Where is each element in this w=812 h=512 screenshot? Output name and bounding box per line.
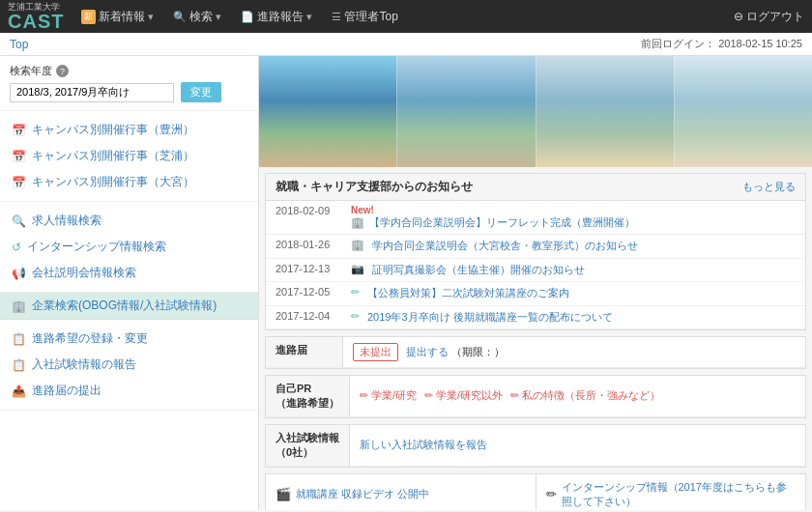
logout-icon: ⊖ [734, 10, 743, 23]
help-icon[interactable]: ? [56, 65, 69, 77]
chevron-down-icon: ▾ [148, 11, 154, 23]
change-button[interactable]: 変更 [181, 82, 221, 102]
nav-search-label: 検索 [189, 9, 213, 25]
news-item-1: 2018-02-09 New! 🏢 【学内合同企業説明会】リーフレット完成（豊洲… [266, 201, 805, 235]
not-submitted-badge: 未提出 [353, 343, 398, 361]
campus-photo [259, 56, 812, 167]
self-pr-academic-link[interactable]: ✏ 学業/研究 [360, 388, 417, 403]
news-item-2: 2018-01-26 🏢 学内合同企業説明会（大宮校舎・教室形式）のお知らせ [266, 235, 805, 258]
self-pr-label: 自己PR（進路希望） [266, 376, 350, 416]
nav-career-report[interactable]: 📄 進路報告 ▾ [233, 5, 320, 29]
upload-icon: 📤 [12, 384, 26, 398]
self-pr-value: ✏ 学業/研究 ✏ 学業/研究以外 ✏ 私の特徴（長所・強みなど） [350, 376, 805, 416]
company-info-search-link[interactable]: 📢 会社説明会情報検索 [0, 260, 258, 286]
photo-segment-4 [674, 56, 812, 167]
content-area: 就職・キャリア支援部からのお知らせ もっと見る 2018-02-09 New! … [259, 56, 812, 510]
search-small-icon: 🔍 [173, 11, 187, 23]
exam-report-link[interactable]: 📋 入社試験情報の報告 [0, 352, 258, 378]
exam-info-label: 入社試験情報（0社） [266, 425, 350, 466]
self-pr-other-link[interactable]: ✏ 学業/研究以外 [424, 388, 503, 403]
bottom-bar: 🎬 就職講座 収録ビデオ 公開中 ✏ インターンシップ情報（2017年度はこちら… [265, 473, 806, 510]
doc-icon: 📄 [241, 11, 254, 23]
search-icon: 🔍 [12, 214, 26, 228]
photo-segment-3 [536, 56, 674, 167]
job-search-link[interactable]: 🔍 求人情報検索 [0, 208, 258, 234]
pen-icon-pr3: ✏ [510, 389, 519, 402]
news-link-2[interactable]: 学内合同企業説明会（大宮校舎・教室形式）のお知らせ [372, 239, 796, 253]
sidebar: 検索年度 ? 変更 📅 キャンパス別開催行事（豊洲） 📅 キャンパス別開催行事（… [0, 56, 259, 510]
new-exam-info-link[interactable]: 新しい入社試験情報を報告 [360, 438, 487, 452]
campus-links-section: 📅 キャンパス別開催行事（豊洲） 📅 キャンパス別開催行事（芝浦） 📅 キャンパ… [0, 111, 258, 202]
breadcrumb-path[interactable]: Top [10, 38, 28, 51]
photo-segment-1 [259, 56, 396, 167]
logout-button[interactable]: ⊖ ログアウト [734, 9, 804, 25]
nav-admin-label: 管理者Top [344, 9, 397, 25]
clipboard-icon: 📋 [12, 332, 26, 346]
submit-link[interactable]: 提出する [406, 346, 449, 357]
refresh-icon: ↺ [12, 241, 21, 254]
chevron-down-icon2: ▾ [216, 11, 221, 23]
building-icon-news: 🏢 [351, 216, 364, 229]
self-pr-section: 自己PR（進路希望） ✏ 学業/研究 ✏ 学業/研究以外 ✏ 私の特徴（長所・強 [265, 375, 806, 418]
doc-icon-bottom: ✏ [546, 487, 557, 501]
company-search-link[interactable]: 🏢 企業検索(OBOG情報/入社試験情報) [0, 293, 258, 319]
photo-segment-2 [396, 56, 535, 167]
nav-admin-top[interactable]: ☰ 管理者Top [324, 5, 405, 29]
career-lecture-link[interactable]: 🎬 就職講座 収録ビデオ 公開中 [266, 474, 536, 510]
shinroku-section: 進路届 未提出 提出する （期限：） [265, 336, 806, 369]
career-submit-link[interactable]: 📤 進路届の提出 [0, 378, 258, 404]
search-year-input-row: 変更 [10, 82, 248, 102]
calendar-icon3: 📅 [12, 176, 26, 189]
news-section: 就職・キャリア支援部からのお知らせ もっと見る 2018-02-09 New! … [265, 173, 806, 330]
nav-career-label: 進路報告 [257, 9, 304, 25]
menu-icon: ☰ [332, 11, 341, 23]
header: 芝浦工業大学 CAST 新 新着情報 ▾ 🔍 検索 ▾ 📄 進路報告 ▾ ☰ 管… [0, 0, 812, 33]
company-search-section: 🏢 企業検索(OBOG情報/入社試験情報) [0, 293, 258, 320]
logo-area: 芝浦工業大学 CAST [8, 3, 64, 31]
last-login: 前回ログイン： 2018-02-15 10:25 [641, 37, 802, 51]
news-link-1[interactable]: 【学内合同企業説明会】リーフレット完成（豊洲開催） [369, 215, 796, 230]
news-link-3[interactable]: 証明写真撮影会（生協主催）開催のお知らせ [372, 263, 796, 277]
campus-link-toyosu[interactable]: 📅 キャンパス別開催行事（豊洲） [0, 117, 258, 143]
campus-link-shibaura[interactable]: 📅 キャンパス別開催行事（芝浦） [0, 143, 258, 169]
chevron-down-icon3: ▾ [306, 11, 312, 23]
news-more-link[interactable]: もっと見る [742, 180, 796, 194]
megaphone-icon: 📢 [12, 267, 26, 280]
search-links-section: 🔍 求人情報検索 ↺ インターンシップ情報検索 📢 会社説明会情報検索 [0, 202, 258, 293]
news-title: 就職・キャリア支援部からのお知らせ [276, 179, 473, 195]
nav-new-info[interactable]: 新 新着情報 ▾ [73, 5, 161, 29]
cast-logo: CAST [8, 12, 64, 31]
nav-search[interactable]: 🔍 検索 ▾ [165, 5, 229, 29]
campus-photo-inner [259, 56, 812, 167]
building-icon: 🏢 [12, 299, 26, 313]
main-nav: 新 新着情報 ▾ 🔍 検索 ▾ 📄 進路報告 ▾ ☰ 管理者Top [73, 5, 733, 29]
calendar-icon: 📅 [12, 124, 26, 137]
news-header: 就職・キャリア支援部からのお知らせ もっと見る [266, 174, 805, 201]
internship-search-link[interactable]: ↺ インターンシップ情報検索 [0, 234, 258, 260]
internship-info-link[interactable]: ✏ インターンシップ情報（2017年度はこちらも参照して下さい） [536, 474, 806, 510]
news-link-5[interactable]: 2019年3月卒向け 後期就職講座一覧の配布について [367, 310, 796, 325]
pen-icon-pr1: ✏ [360, 389, 368, 402]
self-pr-feature-link[interactable]: ✏ 私の特徴（長所・強みなど） [510, 388, 660, 403]
search-year-input[interactable] [10, 83, 174, 102]
calendar-icon2: 📅 [12, 150, 26, 163]
self-pr-row: 自己PR（進路希望） ✏ 学業/研究 ✏ 学業/研究以外 ✏ 私の特徴（長所・強 [266, 376, 805, 417]
logout-label: ログアウト [746, 10, 804, 23]
search-year-label: 検索年度 ? [10, 64, 248, 78]
new-badge: 新 [81, 10, 96, 24]
exam-info-row: 入社試験情報（0社） 新しい入社試験情報を報告 [266, 425, 805, 467]
building-icon-news2: 🏢 [351, 239, 364, 251]
shinroku-value: 未提出 提出する （期限：） [343, 337, 805, 367]
pen-icon-news2: ✏ [351, 310, 360, 323]
nav-new-info-label: 新着情報 [99, 9, 145, 25]
campus-link-omiya[interactable]: 📅 キャンパス別開催行事（大宮） [0, 169, 258, 195]
main-layout: 検索年度 ? 変更 📅 キャンパス別開催行事（豊洲） 📅 キャンパス別開催行事（… [0, 56, 812, 510]
shinroku-row: 進路届 未提出 提出する （期限：） [266, 337, 805, 368]
career-register-link[interactable]: 📋 進路希望の登録・変更 [0, 326, 258, 352]
search-year-box: 検索年度 ? 変更 [0, 56, 258, 111]
news-link-4[interactable]: 【公務員対策】二次試験対策講座のご案内 [367, 286, 796, 300]
pen-icon-pr2: ✏ [424, 389, 433, 402]
pen-icon-news: ✏ [351, 286, 360, 299]
video-icon: 🎬 [276, 487, 291, 501]
exam-info-value: 新しい入社試験情報を報告 [350, 425, 805, 466]
